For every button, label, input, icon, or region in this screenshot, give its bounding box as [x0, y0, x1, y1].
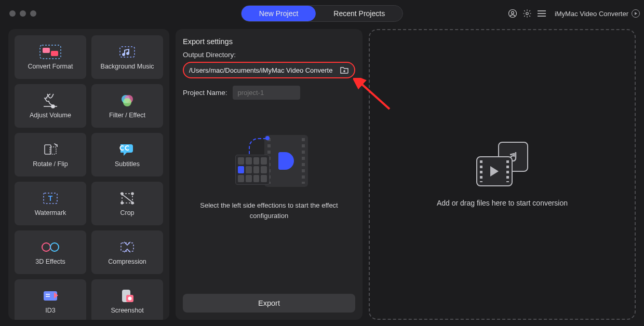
background-music-icon	[117, 44, 138, 60]
svg-point-21	[131, 193, 133, 195]
tool-label: Compression	[108, 258, 146, 265]
filter-effect-icon	[119, 93, 135, 108]
app-name-label: iMyMac Video Converter	[555, 10, 628, 18]
tool-subtitles[interactable]: Subtitles	[91, 133, 163, 176]
tool-label: Screenshot	[111, 307, 143, 314]
menu-icon[interactable]	[537, 9, 546, 18]
effect-illustration	[230, 135, 308, 187]
tools-sidebar: Convert Format Background Music Adjust V…	[8, 29, 169, 320]
svg-point-25	[42, 243, 50, 251]
svg-point-0	[508, 10, 516, 18]
svg-rect-9	[120, 47, 135, 57]
tool-label: 3D Effects	[35, 258, 65, 265]
tool-compression[interactable]: Compression	[91, 230, 163, 274]
compression-icon	[118, 239, 137, 255]
file-drop-zone[interactable]: Add or drag files here to start conversi…	[369, 29, 636, 320]
tool-rotate-flip[interactable]: Rotate / Flip	[15, 133, 86, 176]
minimize-window-icon[interactable]	[20, 10, 26, 17]
svg-rect-7	[43, 48, 50, 53]
tool-label: Filter / Effect	[109, 112, 145, 119]
tab-recent-projects[interactable]: Recent Projects	[316, 6, 403, 21]
tool-id3[interactable]: ID3	[15, 279, 86, 320]
svg-point-1	[512, 11, 514, 14]
output-directory-label: Output Directory:	[183, 51, 355, 59]
tool-adjust-volume[interactable]: Adjust Volume	[15, 84, 86, 128]
adjust-volume-icon	[42, 93, 59, 108]
tool-label: Background Music	[101, 63, 154, 70]
window-controls	[6, 10, 36, 17]
tool-label: Adjust Volume	[30, 112, 71, 119]
output-directory-value: /Users/mac/Documents/iMyMac Video Conver…	[189, 66, 337, 74]
svg-point-34	[128, 297, 132, 301]
tool-label: Watermark	[35, 209, 66, 216]
svg-point-26	[50, 243, 59, 251]
tab-new-project[interactable]: New Project	[242, 6, 316, 21]
project-name-input[interactable]	[233, 86, 300, 100]
rotate-flip-icon	[42, 142, 59, 157]
tool-label: Convert Format	[28, 63, 73, 70]
subtitles-icon	[118, 142, 136, 157]
svg-point-11	[51, 105, 55, 108]
svg-rect-28	[121, 243, 133, 251]
project-tabs: New Project Recent Projects	[241, 5, 403, 22]
id3-icon	[42, 288, 59, 304]
drop-zone-icon	[476, 142, 528, 186]
account-icon[interactable]	[508, 9, 517, 18]
app-play-icon	[632, 9, 640, 18]
export-button[interactable]: Export	[183, 294, 355, 313]
output-directory-field[interactable]: /Users/mac/Documents/iMyMac Video Conver…	[183, 62, 355, 78]
tool-background-music[interactable]: Background Music	[91, 35, 163, 79]
3d-effects-icon	[40, 239, 61, 255]
tool-filter-effect[interactable]: Filter / Effect	[91, 84, 163, 128]
tool-label: ID3	[45, 307, 55, 314]
close-window-icon[interactable]	[9, 10, 16, 17]
crop-icon	[118, 191, 136, 206]
drop-zone-text: Add or drag files here to start conversi…	[437, 199, 568, 207]
tool-label: Crop	[120, 209, 134, 216]
effect-hint-text: Select the left side effections to start…	[183, 200, 355, 221]
svg-point-14	[123, 98, 131, 106]
tool-label: Rotate / Flip	[33, 160, 68, 168]
project-name-label: Project Name:	[183, 89, 227, 97]
header-right: iMyMac Video Converter	[508, 9, 640, 18]
svg-point-22	[121, 202, 123, 204]
tool-label: Subtitles	[115, 160, 140, 168]
svg-text:T: T	[48, 194, 53, 202]
tool-screenshot[interactable]: Screenshot	[91, 279, 163, 320]
tool-watermark[interactable]: T Watermark	[15, 182, 86, 225]
svg-rect-8	[51, 51, 58, 56]
svg-point-2	[526, 12, 529, 15]
screenshot-icon	[119, 288, 135, 304]
app-name-badge: iMyMac Video Converter	[552, 9, 640, 18]
browse-folder-icon[interactable]	[340, 66, 349, 74]
export-settings-panel: Export settings Output Directory: /Users…	[176, 29, 363, 320]
tool-crop[interactable]: Crop	[91, 182, 163, 225]
titlebar: New Project Recent Projects iMyMac Video…	[0, 0, 644, 27]
gear-icon[interactable]	[522, 9, 532, 18]
watermark-icon: T	[42, 191, 59, 206]
convert-format-icon	[39, 44, 61, 60]
export-settings-title: Export settings	[183, 37, 355, 46]
maximize-window-icon[interactable]	[30, 10, 36, 17]
tool-3d-effects[interactable]: 3D Effects	[15, 230, 86, 274]
tool-convert-format[interactable]: Convert Format	[15, 35, 86, 79]
